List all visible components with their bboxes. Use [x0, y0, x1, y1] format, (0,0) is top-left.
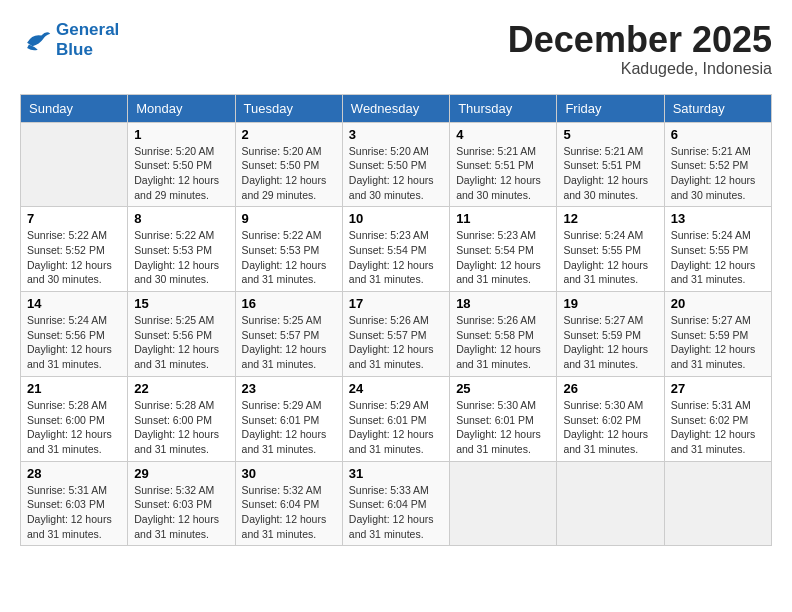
day-info: Sunrise: 5:29 AM Sunset: 6:01 PM Dayligh…	[242, 398, 336, 457]
calendar-cell: 4Sunrise: 5:21 AM Sunset: 5:51 PM Daylig…	[450, 122, 557, 207]
day-number: 11	[456, 211, 550, 226]
day-info: Sunrise: 5:21 AM Sunset: 5:52 PM Dayligh…	[671, 144, 765, 203]
calendar-cell: 16Sunrise: 5:25 AM Sunset: 5:57 PM Dayli…	[235, 292, 342, 377]
calendar-cell: 30Sunrise: 5:32 AM Sunset: 6:04 PM Dayli…	[235, 461, 342, 546]
day-info: Sunrise: 5:25 AM Sunset: 5:57 PM Dayligh…	[242, 313, 336, 372]
calendar-cell	[21, 122, 128, 207]
calendar-week-row: 21Sunrise: 5:28 AM Sunset: 6:00 PM Dayli…	[21, 376, 772, 461]
calendar-cell: 1Sunrise: 5:20 AM Sunset: 5:50 PM Daylig…	[128, 122, 235, 207]
calendar-cell: 5Sunrise: 5:21 AM Sunset: 5:51 PM Daylig…	[557, 122, 664, 207]
logo-text: General Blue	[56, 20, 119, 59]
day-number: 5	[563, 127, 657, 142]
calendar-cell: 11Sunrise: 5:23 AM Sunset: 5:54 PM Dayli…	[450, 207, 557, 292]
day-number: 9	[242, 211, 336, 226]
day-number: 16	[242, 296, 336, 311]
day-info: Sunrise: 5:24 AM Sunset: 5:55 PM Dayligh…	[563, 228, 657, 287]
day-info: Sunrise: 5:31 AM Sunset: 6:02 PM Dayligh…	[671, 398, 765, 457]
day-info: Sunrise: 5:24 AM Sunset: 5:56 PM Dayligh…	[27, 313, 121, 372]
weekday-header: Thursday	[450, 94, 557, 122]
calendar-cell: 25Sunrise: 5:30 AM Sunset: 6:01 PM Dayli…	[450, 376, 557, 461]
day-number: 2	[242, 127, 336, 142]
day-info: Sunrise: 5:30 AM Sunset: 6:01 PM Dayligh…	[456, 398, 550, 457]
day-info: Sunrise: 5:22 AM Sunset: 5:52 PM Dayligh…	[27, 228, 121, 287]
day-number: 6	[671, 127, 765, 142]
day-number: 13	[671, 211, 765, 226]
day-number: 10	[349, 211, 443, 226]
day-info: Sunrise: 5:27 AM Sunset: 5:59 PM Dayligh…	[671, 313, 765, 372]
calendar-cell: 3Sunrise: 5:20 AM Sunset: 5:50 PM Daylig…	[342, 122, 449, 207]
day-number: 8	[134, 211, 228, 226]
calendar-week-row: 28Sunrise: 5:31 AM Sunset: 6:03 PM Dayli…	[21, 461, 772, 546]
day-number: 25	[456, 381, 550, 396]
day-info: Sunrise: 5:20 AM Sunset: 5:50 PM Dayligh…	[134, 144, 228, 203]
calendar-cell: 21Sunrise: 5:28 AM Sunset: 6:00 PM Dayli…	[21, 376, 128, 461]
calendar-cell: 19Sunrise: 5:27 AM Sunset: 5:59 PM Dayli…	[557, 292, 664, 377]
day-number: 19	[563, 296, 657, 311]
day-number: 12	[563, 211, 657, 226]
day-info: Sunrise: 5:31 AM Sunset: 6:03 PM Dayligh…	[27, 483, 121, 542]
month-title: December 2025	[508, 20, 772, 60]
calendar-table: SundayMondayTuesdayWednesdayThursdayFrid…	[20, 94, 772, 547]
calendar-cell: 2Sunrise: 5:20 AM Sunset: 5:50 PM Daylig…	[235, 122, 342, 207]
calendar-cell	[450, 461, 557, 546]
location: Kadugede, Indonesia	[508, 60, 772, 78]
day-number: 3	[349, 127, 443, 142]
day-info: Sunrise: 5:32 AM Sunset: 6:04 PM Dayligh…	[242, 483, 336, 542]
day-number: 26	[563, 381, 657, 396]
day-info: Sunrise: 5:33 AM Sunset: 6:04 PM Dayligh…	[349, 483, 443, 542]
calendar-cell: 14Sunrise: 5:24 AM Sunset: 5:56 PM Dayli…	[21, 292, 128, 377]
day-info: Sunrise: 5:20 AM Sunset: 5:50 PM Dayligh…	[242, 144, 336, 203]
weekday-header: Saturday	[664, 94, 771, 122]
day-number: 4	[456, 127, 550, 142]
day-number: 24	[349, 381, 443, 396]
calendar-week-row: 14Sunrise: 5:24 AM Sunset: 5:56 PM Dayli…	[21, 292, 772, 377]
day-info: Sunrise: 5:23 AM Sunset: 5:54 PM Dayligh…	[456, 228, 550, 287]
day-number: 20	[671, 296, 765, 311]
day-info: Sunrise: 5:28 AM Sunset: 6:00 PM Dayligh…	[134, 398, 228, 457]
day-number: 22	[134, 381, 228, 396]
calendar-cell: 8Sunrise: 5:22 AM Sunset: 5:53 PM Daylig…	[128, 207, 235, 292]
calendar-cell: 13Sunrise: 5:24 AM Sunset: 5:55 PM Dayli…	[664, 207, 771, 292]
day-info: Sunrise: 5:21 AM Sunset: 5:51 PM Dayligh…	[563, 144, 657, 203]
calendar-cell: 27Sunrise: 5:31 AM Sunset: 6:02 PM Dayli…	[664, 376, 771, 461]
calendar-cell: 9Sunrise: 5:22 AM Sunset: 5:53 PM Daylig…	[235, 207, 342, 292]
day-info: Sunrise: 5:32 AM Sunset: 6:03 PM Dayligh…	[134, 483, 228, 542]
day-info: Sunrise: 5:22 AM Sunset: 5:53 PM Dayligh…	[134, 228, 228, 287]
day-number: 31	[349, 466, 443, 481]
day-number: 28	[27, 466, 121, 481]
day-info: Sunrise: 5:28 AM Sunset: 6:00 PM Dayligh…	[27, 398, 121, 457]
day-info: Sunrise: 5:23 AM Sunset: 5:54 PM Dayligh…	[349, 228, 443, 287]
calendar-cell: 15Sunrise: 5:25 AM Sunset: 5:56 PM Dayli…	[128, 292, 235, 377]
day-info: Sunrise: 5:22 AM Sunset: 5:53 PM Dayligh…	[242, 228, 336, 287]
day-number: 29	[134, 466, 228, 481]
calendar-cell	[664, 461, 771, 546]
weekday-header: Friday	[557, 94, 664, 122]
day-number: 17	[349, 296, 443, 311]
title-block: December 2025 Kadugede, Indonesia	[508, 20, 772, 78]
day-number: 14	[27, 296, 121, 311]
weekday-header: Wednesday	[342, 94, 449, 122]
calendar-cell: 18Sunrise: 5:26 AM Sunset: 5:58 PM Dayli…	[450, 292, 557, 377]
day-info: Sunrise: 5:27 AM Sunset: 5:59 PM Dayligh…	[563, 313, 657, 372]
day-number: 21	[27, 381, 121, 396]
day-info: Sunrise: 5:24 AM Sunset: 5:55 PM Dayligh…	[671, 228, 765, 287]
weekday-header-row: SundayMondayTuesdayWednesdayThursdayFrid…	[21, 94, 772, 122]
calendar-week-row: 7Sunrise: 5:22 AM Sunset: 5:52 PM Daylig…	[21, 207, 772, 292]
weekday-header: Monday	[128, 94, 235, 122]
calendar-cell: 28Sunrise: 5:31 AM Sunset: 6:03 PM Dayli…	[21, 461, 128, 546]
calendar-week-row: 1Sunrise: 5:20 AM Sunset: 5:50 PM Daylig…	[21, 122, 772, 207]
day-info: Sunrise: 5:26 AM Sunset: 5:57 PM Dayligh…	[349, 313, 443, 372]
day-number: 18	[456, 296, 550, 311]
logo-bird-icon	[20, 26, 52, 54]
page-header: General Blue December 2025 Kadugede, Ind…	[20, 20, 772, 78]
calendar-cell: 6Sunrise: 5:21 AM Sunset: 5:52 PM Daylig…	[664, 122, 771, 207]
calendar-cell: 23Sunrise: 5:29 AM Sunset: 6:01 PM Dayli…	[235, 376, 342, 461]
day-number: 30	[242, 466, 336, 481]
day-number: 27	[671, 381, 765, 396]
day-info: Sunrise: 5:25 AM Sunset: 5:56 PM Dayligh…	[134, 313, 228, 372]
day-info: Sunrise: 5:30 AM Sunset: 6:02 PM Dayligh…	[563, 398, 657, 457]
calendar-cell: 17Sunrise: 5:26 AM Sunset: 5:57 PM Dayli…	[342, 292, 449, 377]
calendar-cell	[557, 461, 664, 546]
calendar-cell: 29Sunrise: 5:32 AM Sunset: 6:03 PM Dayli…	[128, 461, 235, 546]
calendar-cell: 31Sunrise: 5:33 AM Sunset: 6:04 PM Dayli…	[342, 461, 449, 546]
